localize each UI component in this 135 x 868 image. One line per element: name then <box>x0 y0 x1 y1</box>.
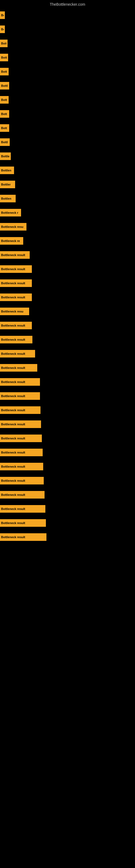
bar-label-8: Bott <box>1 126 7 130</box>
bar-label-2: Bott <box>1 42 6 45</box>
bar-19: Bottleneck result <box>0 279 32 287</box>
bar-32: Bottleneck result <box>0 463 43 470</box>
bar-5: Bottl <box>0 82 9 90</box>
bar-34: Bottleneck result <box>0 491 45 499</box>
bar-row: Bottl <box>0 82 135 90</box>
bar-label-17: Bottleneck result <box>1 253 25 257</box>
bar-row: Bottleneck result <box>0 519 135 527</box>
bar-10: Bottle <box>0 152 11 160</box>
bar-30: Bottleneck result <box>0 435 42 442</box>
bar-label-11: Bottlen <box>1 169 11 172</box>
bar-label-13: Bottlen <box>1 197 11 200</box>
bar-label-30: Bottleneck result <box>1 437 25 440</box>
bar-row: Bottleneck result <box>0 462 135 471</box>
site-title: TheBottlenecker.com <box>0 0 135 8</box>
bar-33: Bottleneck result <box>0 477 44 485</box>
bar-29: Bottleneck result <box>0 421 41 428</box>
bar-row: Bott <box>0 67 135 76</box>
bar-label-4: Bott <box>1 70 7 73</box>
bar-label-20: Bottleneck result <box>1 296 25 299</box>
bar-36: Bottleneck result <box>0 519 46 527</box>
bar-12: Bottler <box>0 181 15 188</box>
bar-label-12: Bottler <box>1 183 10 186</box>
bar-label-15: Bottleneck resu <box>1 225 24 228</box>
bar-4: Bott <box>0 68 9 75</box>
bar-label-28: Bottleneck result <box>1 408 25 412</box>
bar-row: Bottleneck result <box>0 251 135 259</box>
bar-14: Bottleneck r <box>0 209 21 216</box>
bar-row: Bottleneck result <box>0 349 135 358</box>
bar-26: Bottleneck result <box>0 378 40 386</box>
bar-label-18: Bottleneck result <box>1 268 25 271</box>
bar-row: Bott <box>0 95 135 104</box>
bar-1: Bo <box>0 26 5 33</box>
bar-row: Bottleneck result <box>0 364 135 372</box>
bar-row: Bott <box>0 110 135 118</box>
bar-label-33: Bottleneck result <box>1 479 25 482</box>
bar-row: Bottle <box>0 152 135 161</box>
bar-row: Bottleneck result <box>0 265 135 273</box>
bar-11: Bottlen <box>0 166 14 174</box>
bar-row: Bottleneck result <box>0 406 135 414</box>
bar-label-3: Bott <box>1 56 7 59</box>
bar-9: Bottl <box>0 138 10 146</box>
bar-label-10: Bottle <box>1 155 9 158</box>
bar-row: Bo <box>0 25 135 34</box>
bar-row: Bottleneck result <box>0 279 135 287</box>
bar-label-6: Bott <box>1 98 7 101</box>
bar-15: Bottleneck resu <box>0 223 27 230</box>
bar-label-34: Bottleneck result <box>1 493 25 496</box>
bar-row: Bottleneck resu <box>0 307 135 316</box>
bar-label-37: Bottleneck result <box>1 535 25 539</box>
bar-row: Bottleneck result <box>0 490 135 499</box>
bar-row: Bott <box>0 53 135 62</box>
bar-label-1: Bo <box>1 28 4 31</box>
bar-label-27: Bottleneck result <box>1 394 25 398</box>
bars-container: BoBoBottBottBottBottlBottBottBottBottlBo… <box>0 8 135 544</box>
bar-row: Bottleneck result <box>0 392 135 400</box>
bar-row: Bottleneck result <box>0 533 135 541</box>
bar-row: Bottlen <box>0 194 135 203</box>
bar-31: Bottleneck result <box>0 448 43 456</box>
bar-8: Bott <box>0 124 9 132</box>
bar-21: Bottleneck resu <box>0 308 29 315</box>
bar-label-22: Bottleneck result <box>1 324 25 327</box>
bar-row: Bottleneck resu <box>0 222 135 231</box>
bar-row: Bottleneck result <box>0 378 135 386</box>
bar-row: Bottleneck result <box>0 321 135 330</box>
bar-2: Bott <box>0 40 8 47</box>
bar-label-5: Bottl <box>1 84 8 87</box>
bar-row: Bottl <box>0 138 135 147</box>
bar-16: Bottleneck re <box>0 237 23 245</box>
bar-7: Bott <box>0 110 9 118</box>
bar-row: Bottler <box>0 180 135 189</box>
bar-row: Bottleneck re <box>0 237 135 245</box>
bar-22: Bottleneck result <box>0 322 32 329</box>
bar-label-23: Bottleneck result <box>1 338 25 341</box>
bar-row: Bottleneck result <box>0 448 135 457</box>
bar-25: Bottleneck result <box>0 364 37 372</box>
bar-row: Bottlen <box>0 166 135 175</box>
bar-label-32: Bottleneck result <box>1 465 25 468</box>
bar-label-14: Bottleneck r <box>1 211 18 214</box>
bar-label-24: Bottleneck result <box>1 352 25 355</box>
bar-27: Bottleneck result <box>0 392 40 400</box>
bar-20: Bottleneck result <box>0 293 32 301</box>
bar-label-26: Bottleneck result <box>1 380 25 383</box>
bar-label-29: Bottleneck result <box>1 423 25 426</box>
bar-row: Bo <box>0 11 135 20</box>
bar-23: Bottleneck result <box>0 336 32 343</box>
bar-label-21: Bottleneck resu <box>1 310 24 313</box>
bar-row: Bottleneck result <box>0 434 135 443</box>
bar-label-36: Bottleneck result <box>1 521 25 525</box>
bar-3: Bott <box>0 54 8 61</box>
bar-row: Bottleneck result <box>0 504 135 513</box>
bar-label-19: Bottleneck result <box>1 282 25 285</box>
bar-0: Bo <box>0 11 5 19</box>
bar-label-7: Bott <box>1 112 7 116</box>
bar-row: Bottleneck result <box>0 293 135 302</box>
bar-18: Bottleneck result <box>0 265 32 273</box>
bar-13: Bottlen <box>0 195 16 203</box>
bar-24: Bottleneck result <box>0 350 35 358</box>
bar-label-25: Bottleneck result <box>1 366 25 369</box>
